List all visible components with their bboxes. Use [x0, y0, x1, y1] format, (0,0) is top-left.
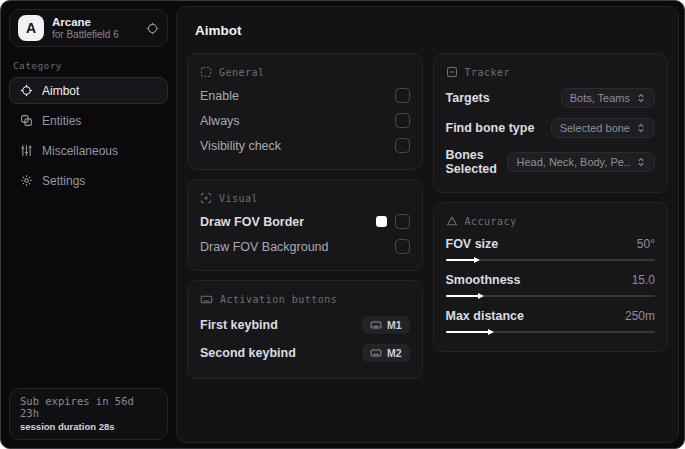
find-bone-type-dropdown[interactable]: Selected bone [551, 118, 655, 138]
sidebar-item-label: Aimbot [42, 84, 79, 98]
always-checkbox[interactable] [395, 113, 410, 128]
slider-value: 50° [637, 237, 655, 251]
keyboard-icon [200, 293, 213, 306]
sliders-icon [19, 144, 33, 157]
sidebar-item-settings[interactable]: Settings [9, 167, 168, 194]
dropdown-value: Selected bone [560, 122, 630, 134]
brand-logo: A [18, 15, 44, 41]
activation-card-header: Activation buttons [200, 293, 410, 306]
sub-expires-text: Sub expires in 56d 23h [20, 395, 157, 419]
category-label: Category [13, 60, 164, 71]
page-title: Aimbot [195, 23, 668, 38]
slider-thumb[interactable] [478, 293, 484, 299]
visibility-check-checkbox[interactable] [395, 138, 410, 153]
bones-selected-dropdown[interactable]: Head, Neck, Body, Pe.. [507, 152, 655, 172]
fov-size-slider-block: FOV size 50° [446, 232, 656, 268]
slider-value: 250m [625, 309, 655, 323]
focus-plus-icon [200, 192, 212, 204]
brand-text: Arcane for Battlefield 6 [52, 15, 119, 42]
fov-background-checkbox[interactable] [395, 239, 410, 254]
row-label: Draw FOV Border [200, 215, 304, 229]
brand-subtitle: for Battlefield 6 [52, 29, 119, 42]
row-label: Targets [446, 91, 490, 105]
fov-border-checkbox[interactable] [395, 214, 410, 229]
row-label: Always [200, 114, 240, 128]
keyboard-icon [370, 319, 382, 331]
slider-thumb[interactable] [474, 257, 480, 263]
tracker-row-find-bone-type: Find bone type Selected bone [446, 113, 656, 143]
scan-line-icon [446, 66, 458, 78]
app-window: A Arcane for Battlefield 6 Category Aimb… [0, 0, 685, 449]
general-card: General Enable Always Visibility check [187, 53, 423, 170]
brand-card: A Arcane for Battlefield 6 [9, 9, 168, 47]
keybind-value: M2 [387, 347, 402, 359]
row-label: Max distance [446, 309, 525, 323]
row-label: Enable [200, 89, 239, 103]
grid-dashed-icon [200, 66, 212, 78]
right-column: Tracker Targets Bots, Teams Find bone ty… [433, 53, 669, 352]
tracker-card: Tracker Targets Bots, Teams Find bone ty… [433, 53, 669, 193]
general-row-always: Always [200, 108, 410, 133]
first-keybind-button[interactable]: M1 [362, 316, 410, 334]
max-distance-slider[interactable] [446, 331, 656, 333]
smoothness-slider-block: Smoothness 15.0 [446, 268, 656, 304]
sidebar-item-label: Settings [42, 174, 85, 188]
slider-thumb[interactable] [488, 329, 494, 335]
max-distance-slider-block: Max distance 250m [446, 304, 656, 340]
sidebar-item-entities[interactable]: Entities [9, 107, 168, 134]
row-label: FOV size [446, 237, 499, 251]
general-card-header: General [200, 66, 410, 78]
general-row-visibility-check: Visibility check [200, 133, 410, 158]
visual-card-header: Visual [200, 192, 410, 204]
activation-card: Activation buttons First keybind M1 Seco… [187, 280, 423, 379]
fov-border-color-swatch[interactable] [376, 216, 387, 227]
row-label: Visibility check [200, 139, 281, 153]
row-label: Draw FOV Background [200, 240, 329, 254]
accuracy-card-header: Accuracy [446, 215, 656, 227]
subscription-card: Sub expires in 56d 23h session duration … [9, 388, 168, 440]
tracker-card-header: Tracker [446, 66, 656, 78]
triangle-icon [446, 215, 458, 227]
sidebar: A Arcane for Battlefield 6 Category Aimb… [1, 1, 176, 448]
dropdown-value: Head, Neck, Body, Pe.. [516, 156, 630, 168]
row-label: Bones Selected [446, 148, 508, 176]
dropdown-value: Bots, Teams [570, 92, 630, 104]
row-label: Second keybind [200, 346, 296, 360]
visual-row-fov-background: Draw FOV Background [200, 234, 410, 259]
enable-checkbox[interactable] [395, 88, 410, 103]
sidebar-item-aimbot[interactable]: Aimbot [9, 77, 168, 104]
session-duration-text: session duration 28s [20, 421, 157, 432]
fov-size-slider[interactable] [446, 259, 656, 261]
activation-row-first-keybind: First keybind M1 [200, 311, 410, 339]
row-label: Smoothness [446, 273, 521, 287]
keybind-value: M1 [387, 319, 402, 331]
keyboard-icon [370, 347, 382, 359]
targets-dropdown[interactable]: Bots, Teams [561, 88, 655, 108]
visual-row-fov-border: Draw FOV Border [200, 209, 410, 234]
entities-icon [19, 114, 33, 127]
row-label: First keybind [200, 318, 278, 332]
sidebar-nav: Aimbot Entities Miscellaneous [9, 77, 168, 194]
target-icon[interactable] [146, 22, 159, 35]
tracker-row-targets: Targets Bots, Teams [446, 83, 656, 113]
main-panel: Aimbot General Enable Alw [176, 6, 679, 443]
accuracy-card: Accuracy FOV size 50° Smoothness [433, 202, 669, 352]
brand-name: Arcane [52, 15, 119, 29]
sidebar-item-miscellaneous[interactable]: Miscellaneous [9, 137, 168, 164]
sidebar-item-label: Miscellaneous [42, 144, 118, 158]
chevron-up-down-icon [636, 93, 646, 103]
row-label: Find bone type [446, 121, 535, 135]
general-row-enable: Enable [200, 83, 410, 108]
second-keybind-button[interactable]: M2 [362, 344, 410, 362]
smoothness-slider[interactable] [446, 295, 656, 297]
tracker-row-bones-selected: Bones Selected Head, Neck, Body, Pe.. [446, 143, 656, 181]
crosshair-icon [19, 84, 33, 97]
visual-card: Visual Draw FOV Border Draw FOV Backgrou… [187, 179, 423, 271]
left-column: General Enable Always Visibility check [187, 53, 423, 379]
chevron-up-down-icon [636, 157, 646, 167]
gear-icon [19, 174, 33, 187]
slider-value: 15.0 [632, 273, 655, 287]
activation-row-second-keybind: Second keybind M2 [200, 339, 410, 367]
sidebar-item-label: Entities [42, 114, 81, 128]
chevron-up-down-icon [636, 123, 646, 133]
